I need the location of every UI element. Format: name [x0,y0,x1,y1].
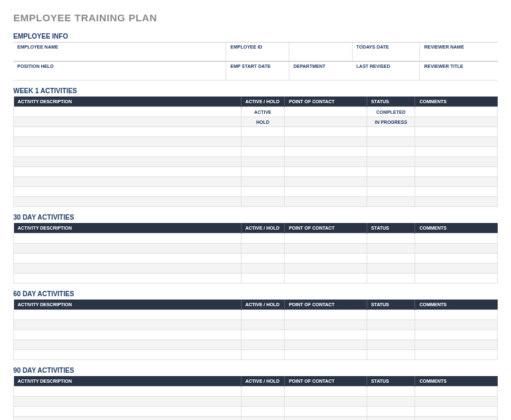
cell-desc[interactable] [14,127,242,137]
cell-comments[interactable] [415,254,498,264]
cell-desc[interactable] [14,177,242,187]
cell-status[interactable] [367,244,415,254]
cell-desc[interactable] [14,157,242,167]
cell-comments[interactable] [415,117,498,127]
cell-desc[interactable] [14,274,242,284]
cell-comments[interactable] [415,320,498,330]
cell-desc[interactable] [14,397,242,407]
cell-comments[interactable] [415,330,498,340]
cell-active_hold[interactable]: HOLD [241,117,284,127]
cell-comments[interactable] [415,147,498,157]
cell-active_hold[interactable] [241,127,284,137]
cell-status[interactable] [367,187,415,197]
cell-active_hold[interactable] [241,254,284,264]
cell-comments[interactable] [415,177,498,187]
cell-poc[interactable] [285,397,367,407]
cell-status[interactable] [367,147,415,157]
cell-comments[interactable] [415,274,498,284]
cell-active_hold[interactable] [241,274,284,284]
field-reviewer-title[interactable]: REVIEWER TITLE [420,62,497,81]
cell-status[interactable] [367,137,415,147]
cell-active_hold[interactable] [241,417,284,421]
cell-poc[interactable] [285,274,367,284]
cell-desc[interactable] [14,407,242,417]
cell-active_hold[interactable]: ACTIVE [241,107,284,117]
cell-desc[interactable] [14,197,242,207]
cell-status[interactable] [367,350,415,360]
cell-active_hold[interactable] [241,177,284,187]
cell-active_hold[interactable] [241,264,284,274]
cell-active_hold[interactable] [241,244,284,254]
cell-desc[interactable] [14,234,242,244]
cell-active_hold[interactable] [241,340,284,350]
cell-poc[interactable] [285,407,367,417]
cell-active_hold[interactable] [241,330,284,340]
cell-comments[interactable] [415,187,498,197]
cell-status[interactable] [367,397,415,407]
cell-status[interactable] [367,167,415,177]
cell-poc[interactable] [285,254,367,264]
cell-comments[interactable] [415,197,498,207]
cell-comments[interactable] [415,350,498,360]
cell-poc[interactable] [285,417,367,421]
field-emp-start-date[interactable]: EMP START DATE [226,62,289,81]
cell-status[interactable] [367,320,415,330]
cell-desc[interactable] [14,117,242,127]
cell-comments[interactable] [415,417,498,421]
cell-poc[interactable] [285,264,367,274]
cell-desc[interactable] [14,187,242,197]
cell-active_hold[interactable] [241,157,284,167]
cell-poc[interactable] [285,310,367,320]
cell-poc[interactable] [285,127,367,137]
cell-status[interactable] [367,127,415,137]
cell-comments[interactable] [415,157,498,167]
cell-active_hold[interactable] [241,167,284,177]
cell-status[interactable] [367,340,415,350]
cell-status[interactable] [367,234,415,244]
cell-status[interactable] [367,310,415,320]
cell-desc[interactable] [14,254,242,264]
cell-comments[interactable] [415,137,498,147]
cell-comments[interactable] [415,167,498,177]
field-todays-date[interactable]: TODAYS DATE [353,43,421,61]
cell-poc[interactable] [285,187,367,197]
cell-status[interactable] [367,264,415,274]
cell-poc[interactable] [285,177,367,187]
cell-desc[interactable] [14,244,242,254]
cell-desc[interactable] [14,330,242,340]
cell-active_hold[interactable] [241,234,284,244]
cell-comments[interactable] [415,340,498,350]
cell-status[interactable] [367,254,415,264]
cell-poc[interactable] [285,387,367,397]
cell-comments[interactable] [415,244,498,254]
field-reviewer-name[interactable]: REVIEWER NAME [420,43,497,61]
cell-desc[interactable] [14,320,242,330]
cell-desc[interactable] [14,350,242,360]
cell-status[interactable] [367,330,415,340]
cell-active_hold[interactable] [241,387,284,397]
cell-comments[interactable] [415,234,498,244]
cell-poc[interactable] [285,320,367,330]
cell-active_hold[interactable] [241,320,284,330]
cell-active_hold[interactable] [241,197,284,207]
cell-active_hold[interactable] [241,137,284,147]
cell-status[interactable]: COMPLETED [367,107,415,117]
cell-desc[interactable] [14,340,242,350]
cell-status[interactable] [367,197,415,207]
cell-poc[interactable] [285,117,367,127]
cell-comments[interactable] [415,387,498,397]
cell-poc[interactable] [285,234,367,244]
cell-desc[interactable] [14,417,242,421]
cell-comments[interactable] [415,407,498,417]
cell-active_hold[interactable] [241,407,284,417]
cell-poc[interactable] [285,197,367,207]
cell-desc[interactable] [14,387,242,397]
field-employee-name[interactable]: EMPLOYEE NAME [13,43,226,61]
cell-desc[interactable] [14,310,242,320]
cell-status[interactable]: IN PROGRESS [367,117,415,127]
cell-poc[interactable] [285,244,367,254]
field-last-revised[interactable]: LAST REVISED [353,62,421,81]
cell-desc[interactable] [14,107,242,117]
cell-poc[interactable] [285,107,367,117]
cell-status[interactable] [367,177,415,187]
